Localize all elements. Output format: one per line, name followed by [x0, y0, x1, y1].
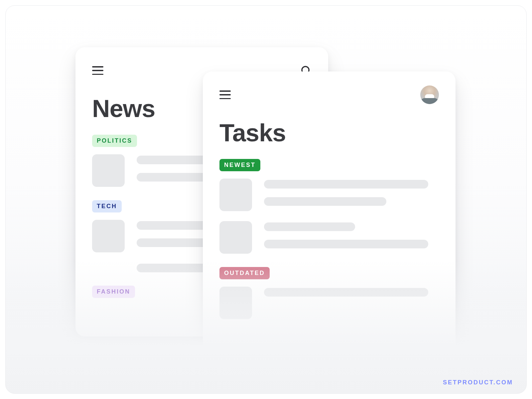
tag-newest[interactable]: NEWEST [219, 159, 260, 171]
menu-icon[interactable] [92, 66, 103, 75]
thumbnail-placeholder [219, 179, 252, 211]
tasks-title: Tasks [219, 119, 439, 147]
tag-fashion[interactable]: FASHION [92, 286, 135, 298]
text-placeholder [264, 221, 439, 248]
watermark: SETPRODUCT.COM [443, 379, 513, 386]
canvas: News POLITICS TECH [5, 5, 527, 394]
tag-outdated[interactable]: OUTDATED [219, 267, 270, 279]
tasks-topbar [219, 87, 439, 103]
list-item[interactable] [219, 287, 439, 319]
tasks-card: Tasks NEWEST OUTDATED [203, 71, 456, 351]
thumbnail-placeholder [92, 154, 125, 187]
tag-tech[interactable]: TECH [92, 200, 122, 212]
tag-politics[interactable]: POLITICS [92, 135, 137, 147]
list-item[interactable] [219, 221, 439, 254]
tasks-section-newest: NEWEST [219, 159, 439, 254]
thumbnail-placeholder [219, 287, 252, 319]
text-placeholder [264, 287, 439, 297]
tasks-section-outdated: OUTDATED [219, 267, 439, 319]
thumbnail-placeholder [219, 221, 252, 254]
avatar[interactable] [420, 85, 439, 104]
list-item[interactable] [219, 179, 439, 211]
thumbnail-placeholder [92, 220, 125, 252]
text-placeholder [264, 179, 439, 206]
menu-icon[interactable] [219, 90, 231, 99]
